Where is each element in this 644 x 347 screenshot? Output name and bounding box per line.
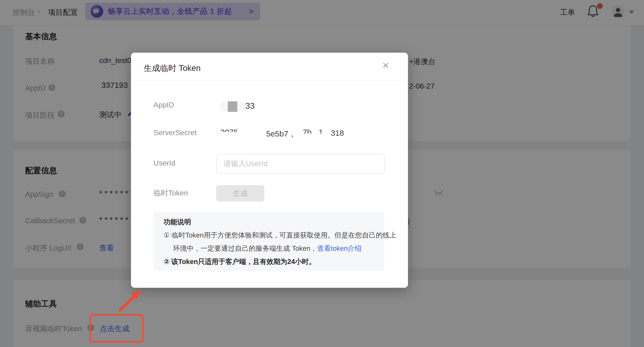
- notice-box: 功能说明 ① 临时Token用于方便您体验和测试，可直接获取使用。但是在您自己的…: [153, 212, 384, 271]
- modal-appid-label: AppID: [153, 101, 174, 109]
- annotation-arrow: [115, 287, 147, 315]
- notice-item1-line2: 环境中，一定要通过自己的服务端生成 Token，查看token介绍: [173, 244, 361, 253]
- generate-token-modal: 生成临时 Token × AppID 33 ServerSecret 2075 …: [131, 53, 408, 288]
- generate-button[interactable]: 生成: [216, 185, 264, 202]
- modal-appid-redaction-dark: [228, 101, 237, 112]
- notice-item2: ② 该Token只适用于客户端，且有效期为24小时。: [164, 257, 316, 266]
- modal-userid-label: UserId: [153, 159, 175, 167]
- close-icon[interactable]: ×: [382, 60, 389, 71]
- userid-input[interactable]: [216, 154, 385, 174]
- modal-secret-frag2: 5e5b7，: [266, 129, 296, 139]
- modal-divider: [131, 80, 408, 81]
- modal-secret-redaction-1: [210, 132, 265, 145]
- notice-title: 功能说明: [164, 217, 191, 227]
- modal-title: 生成临时 Token: [144, 63, 201, 74]
- modal-secret-label: ServerSecret: [153, 129, 197, 137]
- modal-token-label: 临时Token: [153, 188, 188, 198]
- modal-secret-redaction-2: [298, 134, 328, 146]
- annotation-highlight-box: [89, 314, 143, 343]
- token-intro-link[interactable]: 查看token介绍: [317, 244, 362, 252]
- modal-secret-frag5: 318: [331, 129, 344, 138]
- notice-item1-line1: ① 临时Token用于方便您体验和测试，可直接获取使用。但是在您自己的线上: [164, 231, 396, 240]
- modal-appid-suffix: 33: [245, 101, 255, 111]
- notice-item1-line2-text: 环境中，一定要通过自己的服务端生成 Token，: [173, 244, 317, 252]
